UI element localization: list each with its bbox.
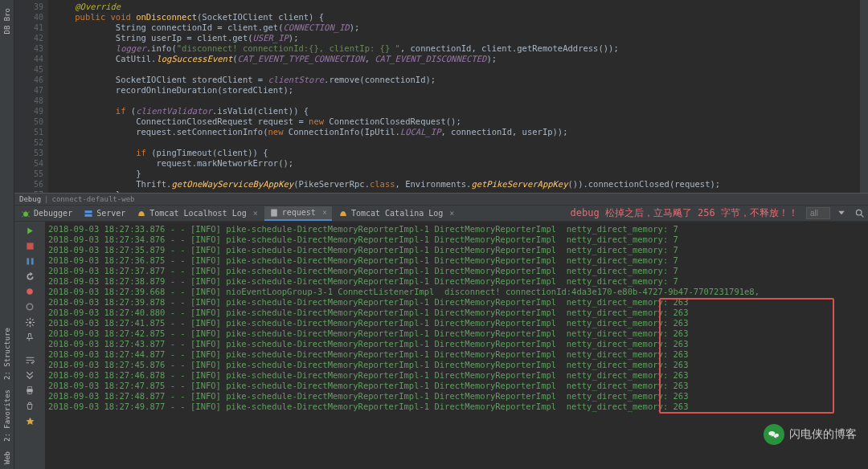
sidebar-tab-db[interactable]: DB Bro — [2, 3, 12, 39]
code-line[interactable]: if (pingTimeout(client)) { — [55, 148, 860, 158]
rerun-icon[interactable] — [23, 224, 36, 237]
debug-label: Debug — [19, 195, 41, 203]
gutter-line[interactable]: 54 — [14, 158, 43, 169]
svg-rect-2 — [85, 214, 92, 216]
code-line[interactable] — [55, 137, 860, 148]
doc-icon — [269, 208, 279, 218]
log-line: 2018-09-03 18:27:34.876 - - [INFO] pike-… — [48, 234, 865, 245]
svg-rect-1 — [85, 210, 92, 213]
console-tab[interactable]: request× — [264, 206, 332, 221]
log-line: 2018-09-03 18:27:44.877 - - [INFO] pike-… — [48, 349, 865, 360]
scroll-to-end-icon[interactable] — [23, 369, 36, 381]
code-line[interactable]: @Override — [55, 2, 860, 12]
favorite-icon[interactable] — [23, 414, 36, 427]
log-output[interactable]: 2018-09-03 18:27:33.876 - - [INFO] pike-… — [45, 222, 868, 469]
gutter-line[interactable]: 41 — [14, 22, 43, 33]
code-line[interactable]: ConnectionClosedRequest request = new Co… — [55, 116, 860, 127]
pause-icon[interactable] — [23, 255, 36, 267]
svg-rect-3 — [271, 209, 277, 216]
gutter-line[interactable]: 49 — [14, 106, 43, 116]
log-line: 2018-09-03 18:27:38.879 - - [INFO] pike-… — [48, 276, 865, 287]
log-line: 2018-09-03 18:27:35.879 - - [INFO] pike-… — [48, 245, 865, 255]
code-line[interactable]: logger.info("disconnect! connectionId:{}… — [55, 43, 860, 54]
watermark-text: 闪电侠的博客 — [789, 427, 857, 442]
restart-icon[interactable] — [23, 270, 36, 283]
console-tab[interactable]: Tomcat Catalina Log× — [334, 207, 459, 220]
code-line[interactable]: } — [55, 169, 860, 179]
gutter-line[interactable]: 52 — [14, 137, 43, 148]
gutter-line[interactable]: 39 — [14, 2, 43, 12]
gutter-line[interactable]: 48 — [14, 96, 43, 106]
svg-point-9 — [27, 304, 33, 310]
code-line[interactable]: request.setConnectionInfo(new Connection… — [55, 127, 860, 137]
sidebar-tab-structure[interactable]: 2: Structure — [2, 323, 12, 385]
search-icon[interactable] — [854, 208, 866, 219]
gutter-line[interactable]: 56 — [14, 179, 43, 190]
clear-icon[interactable] — [23, 399, 36, 412]
sidebar-tab-favorites[interactable]: 2: Favorites — [2, 385, 12, 447]
soft-wrap-icon[interactable] — [23, 353, 36, 366]
code-line[interactable] — [55, 64, 860, 75]
gutter-line[interactable]: 55 — [14, 169, 43, 179]
gutter-line[interactable]: 53 — [14, 148, 43, 158]
svg-point-4 — [856, 210, 862, 215]
gutter-line[interactable]: 42 — [14, 33, 43, 43]
code-line[interactable]: recordOnlineDuration(storedClient); — [55, 85, 860, 96]
code-line[interactable] — [55, 96, 860, 106]
log-line: 2018-09-03 18:27:33.876 - - [INFO] pike-… — [48, 224, 865, 234]
code-line[interactable]: String connectionId = client.get(CONNECT… — [55, 22, 860, 33]
log-line: 2018-09-03 18:27:37.877 - - [INFO] pike-… — [48, 266, 865, 276]
pin-icon[interactable] — [23, 331, 36, 344]
tab-label: Tomcat Catalina Log — [351, 209, 443, 218]
settings-icon[interactable] — [23, 316, 36, 328]
gutter-line[interactable]: 51 — [14, 127, 43, 137]
print-icon[interactable] — [23, 384, 36, 397]
gutter-line[interactable]: 44 — [14, 54, 43, 64]
code-line[interactable]: public void onDisconnect(SocketIOClient … — [55, 12, 860, 22]
close-icon[interactable]: × — [322, 208, 327, 217]
code-line[interactable]: String userIp = client.get(USER_IP); — [55, 33, 860, 43]
annotation-text: debug 松掉之后，立马飚了 256 字节，不释放！！ — [571, 206, 798, 220]
close-icon[interactable]: × — [449, 209, 454, 218]
gutter-line[interactable]: 50 — [14, 116, 43, 127]
log-line: 2018-09-03 18:27:46.878 - - [INFO] pike-… — [48, 370, 865, 381]
view-breakpoints-icon[interactable] — [23, 285, 36, 298]
editor-gutter[interactable]: 3940414243444546474849505152535455565758 — [14, 0, 48, 193]
console-tab[interactable]: Server — [79, 207, 130, 220]
gutter-line[interactable]: 46 — [14, 75, 43, 85]
watermark: 闪电侠的博客 — [764, 424, 857, 445]
svg-rect-12 — [28, 387, 32, 389]
left-tool-stripe: DB Bro 2: Structure 2: Favorites Web — [0, 0, 14, 469]
code-line[interactable]: SocketIOClient storedClient = clientStor… — [55, 75, 860, 85]
filter-dropdown-icon[interactable] — [837, 208, 848, 219]
code-area[interactable]: @Override public void onDisconnect(Socke… — [48, 0, 860, 193]
gutter-line[interactable]: 45 — [14, 64, 43, 75]
tab-label: Debugger — [34, 209, 72, 218]
svg-rect-6 — [27, 258, 29, 264]
code-line[interactable]: Thrift.getOneWayServiceByAppKey(PikeServ… — [55, 179, 860, 190]
close-icon[interactable]: × — [253, 209, 258, 218]
tab-label: Server — [96, 209, 125, 218]
sidebar-tab-web[interactable]: Web — [2, 447, 12, 469]
log-line: 2018-09-03 18:27:39.668 - - [INFO] nioEv… — [48, 287, 865, 297]
code-line[interactable]: CatUtil.logSuccessEvent(CAT_EVENT_TYPE_C… — [55, 54, 860, 64]
code-line[interactable]: if (clientValidator.isValid(client)) { — [55, 106, 860, 116]
log-line: 2018-09-03 18:27:45.876 - - [INFO] pike-… — [48, 360, 865, 370]
mute-breakpoints-icon[interactable] — [23, 300, 36, 313]
log-line: 2018-09-03 18:27:43.877 - - [INFO] pike-… — [48, 339, 865, 349]
log-line: 2018-09-03 18:27:39.878 - - [INFO] pike-… — [48, 297, 865, 308]
right-stripe — [860, 0, 868, 193]
code-line[interactable]: request.markNetworkError(); — [55, 158, 860, 169]
log-line: 2018-09-03 18:27:36.875 - - [INFO] pike-… — [48, 255, 865, 266]
console-toolbar — [14, 222, 45, 469]
gutter-line[interactable]: 40 — [14, 12, 43, 22]
stop-icon[interactable] — [23, 239, 36, 252]
code-editor[interactable]: 3940414243444546474849505152535455565758… — [14, 0, 868, 193]
console-tab[interactable]: Tomcat Localhost Log× — [132, 207, 262, 220]
gutter-line[interactable]: 47 — [14, 85, 43, 96]
log-filter-input[interactable] — [806, 207, 830, 219]
gutter-line[interactable]: 43 — [14, 43, 43, 54]
gutter-line[interactable]: 57 — [14, 190, 43, 193]
console-tab[interactable]: Debugger — [16, 207, 77, 220]
log-line: 2018-09-03 18:27:41.875 - - [INFO] pike-… — [48, 318, 865, 328]
